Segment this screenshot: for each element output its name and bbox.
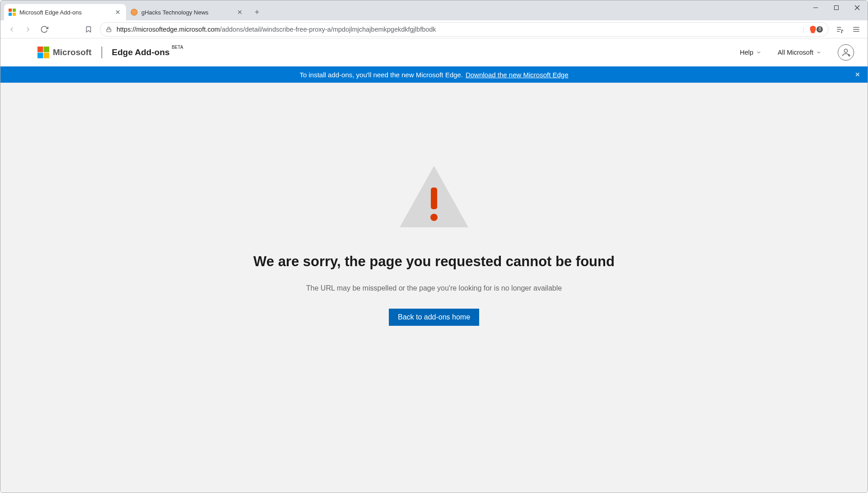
svg-rect-24 — [431, 188, 437, 209]
tab-close-icon[interactable]: ✕ — [236, 9, 243, 16]
svg-rect-2 — [9, 13, 12, 16]
sign-in-avatar[interactable] — [838, 44, 854, 61]
back-to-home-button[interactable]: Back to add-ons home — [389, 309, 479, 326]
svg-rect-1 — [13, 9, 16, 12]
favicon-ghacks-icon — [131, 9, 138, 16]
error-section: We are sorry, the page you requested can… — [0, 83, 868, 399]
toolbar: https://microsoftedge.microsoft.com/addo… — [0, 20, 868, 38]
svg-rect-19 — [44, 53, 49, 58]
new-tab-button[interactable]: + — [251, 6, 263, 19]
microsoft-logo[interactable]: Microsoft — [37, 47, 92, 58]
back-button — [4, 22, 19, 37]
svg-point-4 — [131, 9, 137, 15]
microsoft-brand-text: Microsoft — [53, 47, 92, 57]
all-microsoft-menu[interactable]: All Microsoft — [778, 49, 821, 56]
chevron-down-icon — [816, 50, 821, 55]
svg-rect-6 — [835, 6, 839, 10]
person-icon — [841, 47, 851, 57]
tab-title: Microsoft Edge Add-ons — [19, 9, 111, 16]
shield-count: 8 — [817, 26, 823, 33]
browser-tab[interactable]: Microsoft Edge Add-ons ✕ — [4, 4, 126, 20]
favicon-ms-icon — [9, 9, 16, 16]
media-control-button[interactable] — [832, 22, 848, 37]
window-controls — [805, 0, 868, 17]
svg-rect-18 — [37, 53, 43, 58]
menu-button[interactable] — [849, 22, 864, 37]
warning-icon — [398, 164, 470, 231]
svg-rect-3 — [13, 13, 16, 16]
error-heading: We are sorry, the page you requested can… — [253, 254, 615, 270]
svg-rect-0 — [9, 9, 12, 12]
header-divider — [102, 47, 102, 58]
error-subtext: The URL may be misspelled or the page yo… — [306, 284, 562, 292]
bookmark-button[interactable] — [81, 22, 96, 37]
svg-point-20 — [844, 49, 847, 52]
brave-shield-icon[interactable]: 8 — [808, 25, 823, 34]
browser-tab[interactable]: gHacks Technology News ✕ — [126, 4, 248, 20]
site-header: Microsoft Edge Add-ons BETA Help All Mic… — [0, 38, 868, 66]
page-viewport[interactable]: Microsoft Edge Add-ons BETA Help All Mic… — [0, 38, 868, 493]
product-title[interactable]: Edge Add-ons BETA — [112, 47, 170, 57]
tab-strip: Microsoft Edge Add-ons ✕ gHacks Technolo… — [0, 0, 868, 20]
svg-rect-16 — [37, 47, 43, 52]
forward-button — [20, 22, 36, 37]
help-menu[interactable]: Help — [740, 49, 761, 56]
url-text: https://microsoftedge.microsoft.com/addo… — [117, 26, 798, 33]
minimize-button[interactable] — [805, 0, 826, 15]
banner-close-button[interactable]: ✕ — [855, 71, 860, 78]
lock-icon — [106, 26, 112, 33]
close-window-button[interactable] — [847, 0, 868, 15]
address-bar[interactable]: https://microsoftedge.microsoft.com/addo… — [100, 22, 829, 37]
tab-title: gHacks Technology News — [141, 9, 233, 16]
banner-text: To install add-ons, you'll need the new … — [299, 71, 462, 79]
chevron-down-icon — [756, 50, 761, 55]
svg-rect-9 — [107, 29, 111, 32]
tab-close-icon[interactable]: ✕ — [114, 9, 121, 16]
install-banner: To install add-ons, you'll need the new … — [0, 66, 868, 83]
svg-point-25 — [430, 214, 438, 221]
beta-tag: BETA — [172, 45, 183, 50]
maximize-button[interactable] — [826, 0, 847, 15]
reload-button[interactable] — [37, 22, 52, 37]
svg-rect-17 — [44, 47, 49, 52]
banner-download-link[interactable]: Download the new Microsoft Edge — [466, 71, 569, 79]
